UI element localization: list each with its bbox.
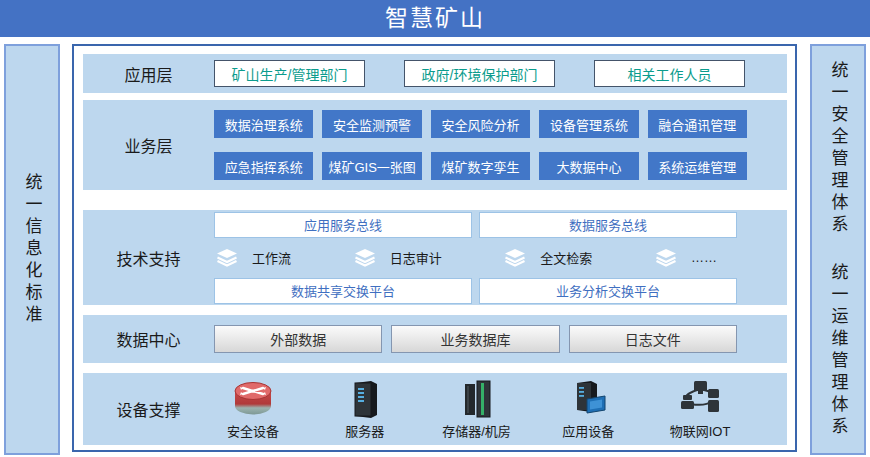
exchange-platform-row: 数据共享交换平台 业务分析交换平台 [214,278,737,304]
equipment-item: 存储器/机房 [442,379,512,440]
layers-icon [504,248,526,267]
tech-support-label: 技术支持 [83,210,214,305]
layers-icon [354,248,376,267]
diagram-container: 应用层 矿山生产/管理部门 政府/环境保护部门 相关工作人员 业务层 数据治理系… [72,44,797,452]
application-box: 政府/环境保护部门 [404,60,555,87]
equipment-label: 存储器/机房 [442,421,511,440]
page-title: 智慧矿山 [0,0,870,37]
firewall-router-icon [230,379,276,419]
equipment-label: 服务器 [345,421,384,440]
equipment-layer-label: 设备支撑 [83,373,214,445]
equipment-label: 物联网IOT [670,421,731,440]
data-source-box: 业务数据库 [391,325,559,353]
middleware-item: 全文检索 [504,248,592,267]
middleware-item: …… [655,248,717,267]
business-system-box: 系统运维管理 [648,152,747,180]
middleware-item: 工作流 [216,248,291,267]
middleware-label: …… [691,250,717,265]
service-bus-box: 数据服务总线 [479,212,737,238]
exchange-platform-box: 数据共享交换平台 [214,278,472,304]
server-icon [345,379,385,419]
storage-rack-icon [457,379,497,419]
service-bus-box: 应用服务总线 [214,212,472,238]
business-system-box: 大数据中心 [539,152,638,180]
data-source-box: 日志文件 [569,325,737,353]
left-standard-label: 统一信息化标准 [24,173,41,327]
business-layer-panel: 业务层 数据治理系统 安全监测预警 安全风险分析 设备管理系统 融合通讯管理 应… [83,100,787,190]
equipment-label: 应用设备 [562,421,614,440]
service-bus-row: 应用服务总线 数据服务总线 [214,212,737,238]
business-system-box: 煤矿数字孪生 [431,152,530,180]
business-system-box: 应急指挥系统 [214,152,313,180]
equipment-layer-panel: 设备支撑 [83,373,787,445]
middleware-label: 日志审计 [390,248,442,267]
data-center-panel: 数据中心 外部数据 业务数据库 日志文件 [83,315,787,363]
data-center-label: 数据中心 [83,315,214,363]
equipment-item: 应用设备 [553,379,623,440]
business-row: 数据治理系统 安全监测预警 安全风险分析 设备管理系统 融合通讯管理 [214,110,747,138]
app-device-icon [567,379,609,419]
ops-system-label: 统一运维管理体系 [830,263,847,439]
iot-network-icon [677,379,723,419]
application-layer-panel: 应用层 矿山生产/管理部门 政府/环境保护部门 相关工作人员 [83,54,787,93]
smart-mine-architecture-diagram: 智慧矿山 统一信息化标准 统一安全管理体系 统一运维管理体系 应用层 矿山生产/… [0,0,870,457]
middleware-row: 工作流 日志审计 全文检索 …… [214,247,737,269]
middleware-label: 工作流 [252,248,291,267]
business-system-box: 煤矿GIS一张图 [322,152,421,180]
equipment-item: 物联网IOT [665,379,735,440]
business-system-box: 数据治理系统 [214,110,313,138]
middleware-item: 日志审计 [354,248,442,267]
business-system-box: 安全风险分析 [431,110,530,138]
business-row: 应急指挥系统 煤矿GIS一张图 煤矿数字孪生 大数据中心 系统运维管理 [214,152,747,180]
equipment-label: 安全设备 [227,421,279,440]
layers-icon [655,248,677,267]
exchange-platform-box: 业务分析交换平台 [479,278,737,304]
left-standard-bar: 统一信息化标准 [4,44,60,455]
business-layer-label: 业务层 [83,100,214,190]
business-system-box: 安全监测预警 [322,110,421,138]
equipment-item: 服务器 [330,379,400,440]
application-box: 相关工作人员 [594,60,745,87]
business-system-box: 设备管理系统 [539,110,638,138]
business-system-box: 融合通讯管理 [648,110,747,138]
data-source-box: 外部数据 [214,325,382,353]
layers-icon [216,248,238,267]
security-system-label: 统一安全管理体系 [830,61,847,237]
right-systems-bar: 统一安全管理体系 统一运维管理体系 [810,44,866,455]
application-layer-label: 应用层 [83,54,214,93]
tech-support-panel: 技术支持 应用服务总线 数据服务总线 工作流 日志审计 [83,210,787,305]
application-box: 矿山生产/管理部门 [214,60,365,87]
middleware-label: 全文检索 [540,248,592,267]
equipment-item: 安全设备 [218,379,288,440]
